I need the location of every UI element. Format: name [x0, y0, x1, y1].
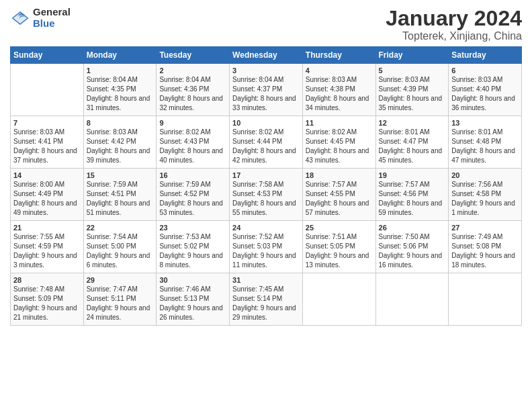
day-cell: 8Sunrise: 8:03 AMSunset: 4:42 PMDaylight…: [83, 116, 157, 169]
day-cell: 2Sunrise: 8:04 AMSunset: 4:36 PMDaylight…: [157, 64, 230, 116]
day-info: Sunrise: 8:03 AMSunset: 4:42 PMDaylight:…: [87, 128, 150, 164]
page-subtitle: Topterek, Xinjiang, China: [386, 30, 522, 42]
day-cell: 15Sunrise: 7:59 AMSunset: 4:51 PMDayligh…: [83, 169, 157, 221]
day-number: 5: [379, 66, 446, 75]
day-info: Sunrise: 8:03 AMSunset: 4:41 PMDaylight:…: [13, 128, 77, 164]
day-info: Sunrise: 7:55 AMSunset: 4:59 PMDaylight:…: [13, 233, 77, 269]
day-cell: 17Sunrise: 7:58 AMSunset: 4:53 PMDayligh…: [230, 169, 303, 221]
day-number: 3: [232, 66, 300, 75]
day-cell: 5Sunrise: 8:03 AMSunset: 4:39 PMDaylight…: [375, 64, 449, 116]
day-info: Sunrise: 7:45 AMSunset: 5:14 PMDaylight:…: [232, 285, 296, 321]
day-cell: 18Sunrise: 7:57 AMSunset: 4:55 PMDayligh…: [302, 169, 375, 221]
day-info: Sunrise: 7:46 AMSunset: 5:13 PMDaylight:…: [159, 285, 223, 321]
day-number: 17: [232, 171, 300, 179]
day-info: Sunrise: 8:03 AMSunset: 4:40 PMDaylight:…: [451, 76, 515, 111]
col-header-sunday: Sunday: [11, 47, 84, 64]
day-info: Sunrise: 8:03 AMSunset: 4:39 PMDaylight:…: [379, 76, 443, 111]
day-number: 21: [13, 224, 81, 232]
day-cell: 16Sunrise: 7:59 AMSunset: 4:52 PMDayligh…: [157, 169, 230, 221]
day-cell: 27Sunrise: 7:49 AMSunset: 5:08 PMDayligh…: [449, 221, 522, 273]
day-info: Sunrise: 8:00 AMSunset: 4:49 PMDaylight:…: [13, 181, 77, 216]
day-cell: 30Sunrise: 7:46 AMSunset: 5:13 PMDayligh…: [157, 273, 230, 326]
day-cell: 9Sunrise: 8:02 AMSunset: 4:43 PMDaylight…: [157, 116, 230, 169]
day-number: 12: [379, 119, 446, 127]
logo-blue-text: Blue: [33, 18, 71, 30]
day-number: 13: [451, 119, 519, 127]
col-header-saturday: Saturday: [449, 47, 522, 64]
day-info: Sunrise: 7:58 AMSunset: 4:53 PMDaylight:…: [232, 181, 296, 216]
day-number: 11: [306, 119, 373, 127]
day-number: 18: [306, 171, 373, 179]
day-info: Sunrise: 7:51 AMSunset: 5:05 PMDaylight:…: [306, 233, 369, 269]
day-number: 30: [159, 276, 226, 284]
day-cell: 20Sunrise: 7:56 AMSunset: 4:58 PMDayligh…: [449, 169, 522, 221]
day-info: Sunrise: 7:50 AMSunset: 5:06 PMDaylight:…: [379, 233, 443, 269]
day-number: 9: [159, 119, 226, 127]
day-info: Sunrise: 7:52 AMSunset: 5:03 PMDaylight:…: [232, 233, 296, 269]
svg-marker-0: [11, 10, 30, 26]
day-info: Sunrise: 8:02 AMSunset: 4:44 PMDaylight:…: [232, 128, 296, 164]
day-info: Sunrise: 8:04 AMSunset: 4:37 PMDaylight:…: [232, 76, 296, 111]
day-cell: 4Sunrise: 8:03 AMSunset: 4:38 PMDaylight…: [302, 64, 375, 116]
logo-text: General Blue: [33, 7, 71, 29]
day-cell: 1Sunrise: 8:04 AMSunset: 4:35 PMDaylight…: [83, 64, 157, 116]
day-cell: 29Sunrise: 7:47 AMSunset: 5:11 PMDayligh…: [83, 273, 157, 326]
week-row-4: 21Sunrise: 7:55 AMSunset: 4:59 PMDayligh…: [11, 221, 522, 273]
day-number: 24: [232, 224, 300, 232]
day-number: 2: [159, 66, 226, 75]
col-header-wednesday: Wednesday: [230, 47, 303, 64]
day-cell: 21Sunrise: 7:55 AMSunset: 4:59 PMDayligh…: [11, 221, 84, 273]
day-cell: 19Sunrise: 7:57 AMSunset: 4:56 PMDayligh…: [375, 169, 449, 221]
day-number: 31: [232, 276, 300, 284]
day-cell: 23Sunrise: 7:53 AMSunset: 5:02 PMDayligh…: [157, 221, 230, 273]
day-number: 8: [87, 119, 154, 127]
day-number: 19: [379, 171, 446, 179]
col-header-tuesday: Tuesday: [157, 47, 230, 64]
day-info: Sunrise: 8:02 AMSunset: 4:43 PMDaylight:…: [159, 128, 223, 164]
day-cell: 24Sunrise: 7:52 AMSunset: 5:03 PMDayligh…: [230, 221, 303, 273]
day-info: Sunrise: 8:01 AMSunset: 4:47 PMDaylight:…: [379, 128, 443, 164]
day-info: Sunrise: 8:01 AMSunset: 4:48 PMDaylight:…: [451, 128, 515, 164]
day-cell: 7Sunrise: 8:03 AMSunset: 4:41 PMDaylight…: [11, 116, 84, 169]
week-row-2: 7Sunrise: 8:03 AMSunset: 4:41 PMDaylight…: [11, 116, 522, 169]
day-info: Sunrise: 7:54 AMSunset: 5:00 PMDaylight:…: [87, 233, 150, 269]
day-info: Sunrise: 7:57 AMSunset: 4:56 PMDaylight:…: [379, 181, 443, 216]
day-number: 16: [159, 171, 226, 179]
day-cell: 14Sunrise: 8:00 AMSunset: 4:49 PMDayligh…: [11, 169, 84, 221]
day-number: 22: [87, 224, 154, 232]
day-info: Sunrise: 7:59 AMSunset: 4:51 PMDaylight:…: [87, 181, 150, 216]
day-number: 29: [87, 276, 154, 284]
day-cell: 13Sunrise: 8:01 AMSunset: 4:48 PMDayligh…: [449, 116, 522, 169]
calendar-table: SundayMondayTuesdayWednesdayThursdayFrid…: [10, 46, 522, 326]
day-info: Sunrise: 7:49 AMSunset: 5:08 PMDaylight:…: [451, 233, 515, 269]
logo: General Blue: [10, 7, 71, 29]
col-header-thursday: Thursday: [302, 47, 375, 64]
title-block: January 2024 Topterek, Xinjiang, China: [386, 7, 522, 42]
day-number: 14: [13, 171, 81, 179]
col-header-monday: Monday: [83, 47, 157, 64]
day-cell: 28Sunrise: 7:48 AMSunset: 5:09 PMDayligh…: [11, 273, 84, 326]
day-number: 26: [379, 224, 446, 232]
day-info: Sunrise: 7:53 AMSunset: 5:02 PMDaylight:…: [159, 233, 223, 269]
header: General Blue January 2024 Topterek, Xinj…: [10, 7, 522, 42]
day-cell: 11Sunrise: 8:02 AMSunset: 4:45 PMDayligh…: [302, 116, 375, 169]
day-number: 10: [232, 119, 300, 127]
day-info: Sunrise: 7:48 AMSunset: 5:09 PMDaylight:…: [13, 285, 77, 321]
day-cell: [11, 64, 84, 116]
day-info: Sunrise: 7:47 AMSunset: 5:11 PMDaylight:…: [87, 285, 150, 321]
day-cell: 6Sunrise: 8:03 AMSunset: 4:40 PMDaylight…: [449, 64, 522, 116]
day-number: 15: [87, 171, 154, 179]
day-cell: 3Sunrise: 8:04 AMSunset: 4:37 PMDaylight…: [230, 64, 303, 116]
day-cell: 31Sunrise: 7:45 AMSunset: 5:14 PMDayligh…: [230, 273, 303, 326]
day-number: 1: [87, 66, 154, 75]
logo-general-text: General: [33, 7, 71, 18]
day-info: Sunrise: 8:03 AMSunset: 4:38 PMDaylight:…: [306, 76, 369, 111]
week-row-3: 14Sunrise: 8:00 AMSunset: 4:49 PMDayligh…: [11, 169, 522, 221]
logo-icon: [10, 8, 30, 28]
header-row: SundayMondayTuesdayWednesdayThursdayFrid…: [11, 47, 522, 64]
day-info: Sunrise: 8:02 AMSunset: 4:45 PMDaylight:…: [306, 128, 369, 164]
day-number: 23: [159, 224, 226, 232]
day-cell: [449, 273, 522, 326]
col-header-friday: Friday: [375, 47, 449, 64]
day-info: Sunrise: 7:57 AMSunset: 4:55 PMDaylight:…: [306, 181, 369, 216]
